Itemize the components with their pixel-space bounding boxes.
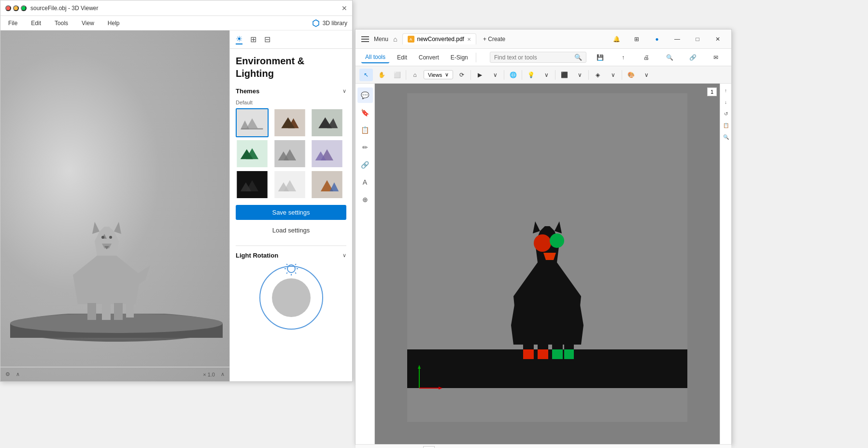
pdf-tab-current[interactable]: A newConverted.pdf ✕ bbox=[402, 33, 476, 44]
panel-title: Environment &Lighting bbox=[236, 55, 346, 80]
win-x-button[interactable]: ✕ bbox=[342, 4, 347, 12]
svg-marker-74 bbox=[511, 296, 583, 325]
svg-rect-70 bbox=[523, 349, 534, 359]
pdf-stamp-btn[interactable]: ⊕ bbox=[357, 192, 373, 207]
minimize-button[interactable] bbox=[13, 5, 19, 11]
pdf-bookmark-btn[interactable]: 🔖 bbox=[357, 105, 373, 120]
pdf-edit-btn[interactable]: Edit bbox=[393, 52, 411, 63]
home-view-button[interactable]: ⌂ bbox=[408, 69, 422, 81]
pdf-convert-btn[interactable]: Convert bbox=[415, 52, 443, 63]
pdf-annotate-btn[interactable]: ✏ bbox=[357, 140, 373, 155]
tab-grid-large[interactable]: ⊟ bbox=[264, 35, 270, 44]
right-panel-btn3[interactable]: ↺ bbox=[721, 109, 731, 118]
theme-cell-8[interactable] bbox=[273, 170, 306, 199]
pdf-menu-label[interactable]: Menu bbox=[374, 36, 388, 43]
pdf-floppy-icon[interactable]: 💾 bbox=[590, 51, 610, 64]
pdf-menu-icon[interactable] bbox=[359, 34, 371, 44]
play-button[interactable]: ▶ bbox=[473, 69, 486, 81]
pdf-tab-close[interactable]: ✕ bbox=[467, 37, 471, 42]
tab-lighting[interactable]: ☀ bbox=[236, 34, 242, 44]
load-settings-button[interactable]: Load settings bbox=[236, 223, 346, 238]
theme-cell-5[interactable] bbox=[273, 139, 306, 168]
pdf-search-bar[interactable]: 🔍 bbox=[490, 52, 586, 63]
menu-help[interactable]: Help bbox=[105, 18, 123, 29]
3d-viewport[interactable]: ⚙ ∧ × 1.0 ∧ bbox=[0, 30, 229, 381]
theme-cell-7[interactable] bbox=[236, 170, 269, 199]
right-panel-btn4[interactable]: 📋 bbox=[721, 120, 731, 130]
pdf-minimize-button[interactable]: — bbox=[668, 32, 687, 46]
pdf-link-icon[interactable]: 🔗 bbox=[683, 51, 702, 64]
svg-rect-9 bbox=[102, 303, 111, 320]
pdf-maximize-button[interactable]: □ bbox=[688, 32, 707, 46]
hand-tool-button[interactable]: ✋ bbox=[375, 69, 388, 81]
maximize-button[interactable] bbox=[21, 5, 27, 11]
pdf-main-area[interactable]: 1 bbox=[375, 84, 720, 444]
pdf-search-input[interactable] bbox=[494, 54, 571, 61]
right-panel-btn2[interactable]: ↓ bbox=[721, 97, 731, 107]
pdf-right-panel: ↑ ↓ ↺ 📋 🔍 bbox=[720, 84, 731, 444]
view-divider-2 bbox=[470, 70, 471, 80]
svg-point-47 bbox=[272, 278, 311, 317]
svg-marker-75 bbox=[511, 325, 583, 345]
render-button[interactable]: ◈ bbox=[591, 69, 604, 81]
settings-icon: ⚙ bbox=[5, 371, 10, 377]
theme-cell-9[interactable] bbox=[311, 170, 343, 199]
color-dropdown[interactable]: ∨ bbox=[640, 69, 653, 81]
pdf-layers-btn[interactable]: 📋 bbox=[357, 122, 373, 138]
pdf-apps-icon[interactable]: ⊞ bbox=[627, 32, 646, 46]
lighting-button[interactable]: 💡 bbox=[524, 69, 538, 81]
viewer-title: sourceFile.obj - 3D Viewer bbox=[30, 5, 99, 12]
theme-cell-2[interactable] bbox=[273, 108, 306, 137]
play-dropdown[interactable]: ∨ bbox=[488, 69, 502, 81]
cursor-tool-button[interactable]: ↖ bbox=[359, 69, 373, 81]
cube-dropdown[interactable]: ∨ bbox=[573, 69, 586, 81]
view-divider-5 bbox=[555, 70, 555, 80]
theme-cell-1[interactable] bbox=[236, 108, 269, 137]
rotation-dial[interactable] bbox=[257, 264, 325, 332]
pdf-mail-icon[interactable]: ✉ bbox=[706, 51, 726, 64]
dial-svg bbox=[257, 264, 325, 332]
pdf-profile-icon[interactable]: ● bbox=[647, 32, 667, 46]
view-divider-3 bbox=[504, 70, 504, 80]
cube-button[interactable]: ⬛ bbox=[557, 69, 571, 81]
pdf-esign-btn[interactable]: E-Sign bbox=[447, 52, 472, 63]
theme-cell-4[interactable] bbox=[236, 139, 269, 168]
svg-rect-72 bbox=[552, 349, 563, 359]
right-panel-btn5[interactable]: 🔍 bbox=[721, 132, 731, 142]
pdf-home-icon[interactable]: ⌂ bbox=[391, 33, 399, 45]
pdf-zoom-icon[interactable]: 🔍 bbox=[660, 51, 679, 64]
close-button[interactable] bbox=[5, 5, 11, 11]
pdf-notification-icon[interactable]: 🔔 bbox=[607, 32, 626, 46]
pdf-print-icon[interactable]: 🖨 bbox=[637, 51, 656, 64]
theme-cell-6[interactable] bbox=[311, 139, 343, 168]
svg-rect-73 bbox=[564, 349, 574, 359]
3d-library-button[interactable]: 3D library bbox=[312, 19, 347, 27]
views-dropdown[interactable]: Views ∨ bbox=[424, 70, 453, 79]
pdf-share-icon[interactable]: ↑ bbox=[613, 51, 633, 64]
theme-cell-3[interactable] bbox=[311, 108, 343, 137]
themes-section-header[interactable]: Themes ∨ bbox=[236, 87, 346, 95]
light-rotation-header[interactable]: Light Rotation ∨ bbox=[236, 252, 346, 259]
pdf-close-button[interactable]: ✕ bbox=[708, 32, 727, 46]
orbit-button[interactable]: ⟳ bbox=[455, 69, 469, 81]
new-tab-button[interactable]: + Create bbox=[479, 34, 509, 44]
render-dropdown[interactable]: ∨ bbox=[606, 69, 620, 81]
color-button[interactable]: 🎨 bbox=[624, 69, 638, 81]
pdf-alltool-btn[interactable]: All tools bbox=[361, 52, 389, 63]
pdf-comment-btn[interactable]: 💬 bbox=[357, 87, 373, 103]
right-panel-btn1[interactable]: ↑ bbox=[721, 86, 731, 95]
lighting-dropdown[interactable]: ∨ bbox=[540, 69, 553, 81]
select-tool-button[interactable]: ⬜ bbox=[390, 69, 404, 81]
pdf-link-side-btn[interactable]: 🔗 bbox=[357, 157, 373, 173]
page-number-input[interactable] bbox=[423, 446, 435, 448]
menu-edit[interactable]: Edit bbox=[28, 18, 44, 29]
menu-view[interactable]: View bbox=[79, 18, 97, 29]
svg-line-56 bbox=[286, 273, 287, 274]
menu-file[interactable]: File bbox=[5, 18, 20, 29]
save-settings-button[interactable]: Save settings bbox=[236, 205, 346, 220]
pdf-text-btn[interactable]: A bbox=[357, 174, 373, 190]
model-tree-button[interactable]: 🌐 bbox=[506, 69, 520, 81]
menu-tools[interactable]: Tools bbox=[52, 18, 71, 29]
viewer-main: ⚙ ∧ × 1.0 ∧ ☀ ⊞ ⊟ Environment &Lighting … bbox=[0, 30, 352, 381]
tab-grid-small[interactable]: ⊞ bbox=[250, 35, 256, 44]
